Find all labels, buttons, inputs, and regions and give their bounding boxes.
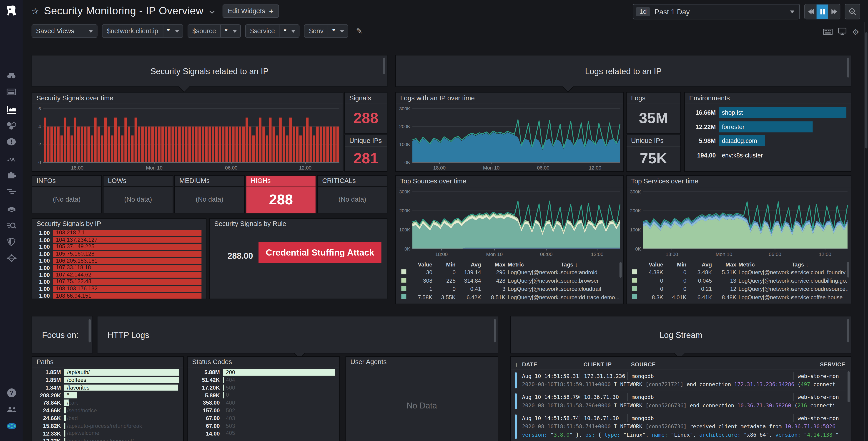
scrollbar-thumb[interactable] — [847, 371, 850, 402]
tv-mode-icon[interactable] — [838, 27, 847, 37]
time-backward-button[interactable] — [805, 4, 816, 19]
notebooks-book-icon[interactable] — [6, 203, 17, 213]
settings-gear-icon[interactable]: ⚙ — [852, 28, 859, 36]
network-map-icon[interactable] — [6, 253, 17, 263]
page-scrollbar[interactable] — [864, 22, 868, 441]
scrollbar-thumb[interactable] — [383, 58, 385, 74]
severity-cell-criticals[interactable]: CRITICALs(No data) — [317, 175, 388, 213]
status-code-row[interactable]: 67.00503 — [188, 422, 339, 429]
monitors-alert-icon[interactable] — [6, 137, 17, 147]
ip-row[interactable]: 1.00107.33.118.18 — [32, 265, 206, 271]
scrollbar-thumb[interactable] — [847, 262, 849, 277]
template-var-network-client-ip[interactable]: $network.client.ip* — [102, 24, 183, 37]
environment-row[interactable]: 12.22Mforrester — [685, 121, 851, 132]
path-row[interactable]: 208.20K* — [32, 392, 183, 398]
ip-row[interactable]: 1.00104.137.234.127 — [32, 237, 206, 243]
datadog-logo-icon[interactable] — [4, 3, 19, 18]
ip-row[interactable]: 1.00105.37.149.225 — [32, 244, 206, 250]
scrollbar-thumb[interactable] — [494, 319, 496, 343]
ip-row[interactable]: 1.00108.66.94.151 — [32, 293, 206, 299]
log-row[interactable]: Aug 10 14:51:59.311172.31.13.236mongodbw… — [511, 370, 846, 391]
path-row[interactable]: 78.84K/cart — [32, 400, 183, 406]
note-focus-on: Focus on: — [32, 316, 93, 354]
column-client-ip[interactable]: CLIENT IP — [580, 361, 627, 367]
watchdog-binoculars-icon[interactable] — [6, 70, 17, 80]
legend-row[interactable]: 300139.14296LogQuery[@network....source:… — [396, 268, 620, 277]
environment-row[interactable]: 5.98Mdatad0g.com — [685, 135, 851, 146]
environment-row[interactable]: 194.00env:k8s-cluster — [685, 149, 851, 160]
legend-row[interactable]: 100.413LogQuery[@network....source:cloud… — [396, 285, 620, 293]
severity-cell-mediums[interactable]: MEDIUMs(No data) — [174, 175, 245, 213]
ip-row[interactable]: 1.00107.75.122.48 — [32, 279, 206, 285]
edit-template-vars-pencil-icon[interactable]: ✎ — [356, 27, 363, 35]
ip-row[interactable]: 1.00106.205.183.161 — [32, 258, 206, 264]
legend-row[interactable]: 4.38K03.48K5.31KLogQuery[@network.cl...s… — [626, 268, 847, 277]
status-code-row[interactable]: 51.42K404 — [188, 377, 339, 383]
status-code-row[interactable]: 67.00403 — [188, 415, 339, 421]
template-var-env[interactable]: $env* — [304, 24, 348, 37]
sort-arrow-icon[interactable]: ↓ — [511, 361, 522, 367]
rule-bar[interactable]: Credential Stuffing Attack — [258, 242, 381, 263]
saved-views-select[interactable]: Saved Views — [32, 24, 97, 37]
severity-cell-infos[interactable]: INFOs(No data) — [32, 175, 102, 213]
row-value: 12.33K — [32, 430, 64, 437]
log-row[interactable]: Aug 10 14:51:58.74110.36.71.30mongodbweb… — [511, 412, 846, 441]
integrations-puzzle-icon[interactable] — [6, 170, 17, 180]
status-code-row[interactable]: 5.89K0 — [188, 392, 339, 398]
synthetics-search-icon[interactable] — [6, 220, 17, 230]
legend-row[interactable]: 8.3K4.01K6.41K8.48KLogQuery[@network.cl.… — [626, 293, 847, 301]
legend-row[interactable]: 7.58K3.55K6.42K8.51KLogQuery[@network...… — [396, 293, 620, 301]
ip-row[interactable]: 1.00108.103.176.132 — [32, 286, 206, 292]
edit-widgets-button[interactable]: Edit Widgets+ — [222, 4, 279, 18]
severity-cell-highs[interactable]: HIGHs288 — [246, 175, 316, 213]
status-code-row[interactable]: 5.88M200 — [188, 369, 339, 376]
time-range-picker[interactable]: 1d Past 1 Day — [633, 4, 800, 19]
path-row[interactable]: 1.84M/favorites — [32, 384, 183, 391]
ip-row[interactable]: 1.00103.218.7.1 — [32, 230, 206, 236]
path-row[interactable]: 1.85M/api/auth/ — [32, 369, 183, 376]
favorite-star-icon[interactable]: ☆ — [32, 6, 39, 16]
ip-row[interactable]: 1.00105.75.160.128 — [32, 251, 206, 257]
scrollbar-thumb[interactable] — [847, 319, 849, 343]
status-code-row[interactable]: 157.00502 — [188, 407, 339, 414]
legend-row[interactable]: 000.2112LogQuery[@network.cl...service:c… — [626, 285, 847, 293]
infrastructure-hexagons-icon[interactable] — [6, 120, 17, 130]
status-code-row[interactable]: 14.00405 — [188, 430, 339, 437]
logs-lines-icon[interactable] — [6, 187, 17, 197]
log-row[interactable]: Aug 10 14:51:58.79610.36.71.30mongodbweb… — [511, 391, 846, 412]
legend-row[interactable]: 000.04513LogQuery[@network.cl...service:… — [626, 276, 847, 285]
path-row[interactable]: 15.82K/api/auto-process/refund/break — [32, 422, 183, 429]
path-row[interactable]: 12.33K/api/auto-process/payment/ — [32, 438, 183, 441]
path-row[interactable]: 1.85M/coffees — [32, 377, 183, 383]
cluster-icon[interactable] — [6, 421, 17, 431]
time-forward-button[interactable] — [828, 4, 840, 19]
path-row[interactable]: 12.33K/api/welcome — [32, 430, 183, 437]
template-var-source[interactable]: $source* — [187, 24, 241, 37]
dashboard-switcher-chevron-icon[interactable] — [209, 6, 215, 16]
scrollbar-thumb[interactable] — [847, 58, 849, 78]
severity-cell-lows[interactable]: LOWs(No data) — [103, 175, 173, 213]
time-pause-button[interactable] — [817, 4, 828, 19]
ip-row[interactable]: 1.00107.42.144.62 — [32, 272, 206, 278]
users-icon[interactable] — [6, 405, 17, 415]
keyboard-shortcuts-icon[interactable] — [824, 27, 833, 37]
column-source[interactable]: SOURCE — [627, 361, 793, 367]
path-row[interactable]: 24.66K/send/notice — [32, 407, 183, 414]
help-icon[interactable]: ? — [6, 388, 17, 398]
scrollbar-thumb[interactable] — [89, 319, 91, 343]
scrollbar-thumb[interactable] — [620, 262, 622, 277]
status-code-row[interactable]: 17.20K500 — [188, 384, 339, 391]
legend-row[interactable]: 308225314.84428LogQuery[@network....sour… — [396, 276, 620, 285]
path-row[interactable]: 24.66K/bad — [32, 415, 183, 421]
column-date[interactable]: DATE — [522, 361, 580, 367]
metrics-dashboard-icon[interactable] — [6, 104, 17, 114]
environment-row[interactable]: 16.66Mshop.ist — [685, 107, 851, 118]
svg-text:12:00: 12:00 — [591, 252, 603, 257]
template-var-service[interactable]: $service* — [245, 24, 300, 37]
security-shield-icon[interactable] — [6, 237, 17, 247]
apm-gauge-icon[interactable] — [6, 153, 17, 164]
events-list-icon[interactable] — [6, 87, 17, 97]
column-service[interactable]: SERVICE — [793, 361, 846, 367]
status-code-row[interactable]: 358.00400 — [188, 400, 339, 406]
zoom-out-button[interactable] — [845, 4, 860, 19]
